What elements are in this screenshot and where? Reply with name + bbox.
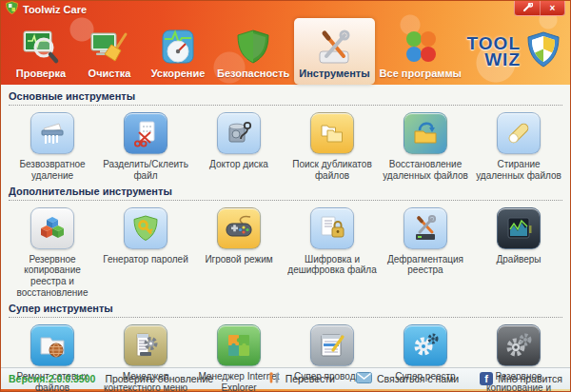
registry-defrag-icon[interactable]: [404, 207, 447, 249]
tool-label: Доктор диска: [209, 159, 268, 170]
eraser-icon[interactable]: [497, 112, 541, 154]
tab-check[interactable]: Проверка: [7, 18, 75, 85]
tool-secure-delete[interactable]: Безвозвратное удаление: [6, 112, 99, 182]
tools-panel: Основные инструменты Безвозвратное удале…: [1, 85, 570, 367]
statusbar-right: Перевести Связаться с нами f Мне нравитс…: [246, 371, 562, 386]
tab-label: Все программы: [380, 68, 462, 79]
tool-duplicate-finder[interactable]: Поиск дубликатов файлов: [286, 112, 379, 182]
all-programs-icon: [402, 29, 440, 65]
tab-label: Безопасность: [217, 68, 289, 79]
gamepad-icon[interactable]: [217, 207, 261, 249]
file-encryption-icon[interactable]: [310, 207, 354, 249]
tool-label: Драйверы: [497, 254, 541, 265]
tool-registry-defrag[interactable]: Дефрагментация реестра: [379, 207, 472, 299]
tool-label: Генератор паролей: [103, 254, 188, 265]
header: Toolwiz Care × Про: [1, 1, 570, 85]
tool-label: Дефрагментация реестра: [381, 254, 470, 277]
tool-label: Разделить/Склеить файл: [101, 159, 190, 182]
super-explorer-icon[interactable]: [310, 324, 354, 366]
tab-label: Проверка: [16, 68, 66, 79]
contact-link[interactable]: Связаться с нами: [356, 372, 459, 385]
version-label: Версия:2.0.0.3500: [9, 373, 95, 384]
tool-label: Шифровка и дешифровка файла: [287, 254, 377, 277]
facebook-like-link[interactable]: f Мне нравится: [480, 372, 562, 385]
speedometer-icon: [159, 29, 197, 65]
tool-password-generator[interactable]: Генератор паролей: [99, 207, 192, 299]
contact-label: Связаться с нами: [377, 373, 459, 384]
registry-backup-icon[interactable]: [30, 207, 74, 249]
tab-label: Очистка: [89, 68, 131, 79]
tool-label: Стирание удаленных файлов: [474, 159, 563, 182]
logo-text: TOOL WIZ: [467, 35, 521, 69]
titlebar: Toolwiz Care ×: [1, 1, 570, 18]
network-files-repair-icon[interactable]: [30, 324, 74, 366]
tool-game-mode[interactable]: Игровой режим: [192, 207, 286, 299]
toolwiz-shield-icon: [526, 31, 561, 71]
tab-label: Ускорение: [151, 68, 206, 79]
tool-label: Игровой режим: [205, 254, 272, 265]
tool-drivers[interactable]: Драйверы: [472, 207, 565, 299]
envelope-icon: [356, 372, 372, 385]
facebook-icon: f: [480, 372, 493, 385]
additional-tools-grid: Резервное копирование реестра и восстано…: [1, 201, 570, 299]
tab-security[interactable]: Безопасность: [212, 18, 294, 85]
clean-broom-icon: [90, 29, 128, 65]
translate-label: Перевести: [286, 373, 335, 384]
window-controls: ×: [514, 0, 565, 16]
toolwiz-care-window: Toolwiz Care × Про: [0, 0, 571, 392]
toolwiz-logo: TOOL WIZ: [467, 31, 561, 71]
tool-registry-backup[interactable]: Резервное копирование реестра и восстано…: [6, 207, 99, 299]
translate-link[interactable]: Перевести: [267, 371, 335, 386]
tool-disk-doctor[interactable]: Доктор диска: [192, 112, 286, 182]
close-button[interactable]: ×: [540, 1, 564, 15]
window-title: Toolwiz Care: [23, 4, 87, 15]
settings-wrench-button[interactable]: [515, 1, 540, 15]
section-title-basic: Основные инструменты: [9, 90, 562, 106]
app-shield-icon: [6, 1, 18, 18]
section-title-additional: Дополнительные инструменты: [9, 186, 562, 201]
tab-tools[interactable]: Инструменты: [294, 18, 374, 85]
tab-label: Инструменты: [299, 68, 369, 79]
shredder-icon[interactable]: [30, 112, 74, 154]
ie-manager-icon[interactable]: [217, 324, 261, 366]
disk-doctor-icon[interactable]: [217, 112, 261, 154]
tool-label: Безвозвратное удаление: [8, 159, 97, 182]
scan-monitor-icon: [22, 29, 60, 65]
translate-icon: [267, 371, 281, 386]
tool-file-recovery[interactable]: Восстановление удаленных файлов: [379, 112, 472, 182]
split-merge-file-icon[interactable]: [124, 112, 167, 154]
toolbox-icon: [315, 29, 353, 65]
tab-speedup[interactable]: Ускорение: [144, 18, 212, 85]
tool-label: Поиск дубликатов файлов: [287, 159, 377, 182]
tool-free-space-eraser[interactable]: Стирание удаленных файлов: [472, 112, 565, 182]
drivers-icon[interactable]: [497, 207, 541, 249]
section-title-super: Супер инструменты: [9, 303, 562, 318]
file-recovery-icon[interactable]: [404, 112, 447, 154]
check-update-link[interactable]: Проверить обновление: [105, 373, 213, 384]
tab-all-programs[interactable]: Все программы: [375, 18, 466, 85]
tool-label: Восстановление удаленных файлов: [381, 159, 470, 182]
tab-clean[interactable]: Очистка: [75, 18, 144, 85]
context-menu-manager-icon[interactable]: [124, 324, 167, 366]
password-generator-icon[interactable]: [124, 207, 167, 249]
super-registry-icon[interactable]: [404, 324, 447, 366]
tool-split-merge[interactable]: Разделить/Склеить файл: [99, 112, 192, 182]
mbr-backup-icon[interactable]: [497, 324, 541, 366]
duplicate-files-icon[interactable]: [310, 112, 354, 154]
tool-file-encryption[interactable]: Шифровка и дешифровка файла: [286, 207, 379, 299]
like-label: Мне нравится: [498, 373, 562, 384]
shield-icon: [234, 29, 272, 65]
basic-tools-grid: Безвозвратное удаление Разделить/Склеить…: [1, 106, 570, 182]
tool-label: Резервное копирование реестра и восстано…: [8, 254, 97, 299]
